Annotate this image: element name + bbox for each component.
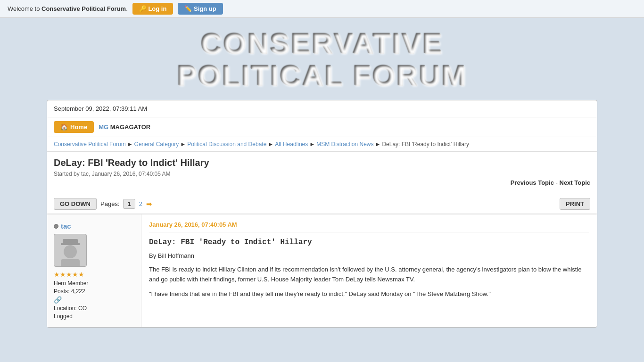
breadcrumb: Conservative Political Forum ► General C…	[47, 137, 597, 152]
post-body: The FBI is ready to indict Hillary Clint…	[149, 265, 589, 299]
breadcrumb-item-5[interactable]: MSM Distraction News	[316, 141, 373, 148]
site-header: CONSERVATIVE POLITICAL FORUM	[0, 18, 644, 100]
user-sidebar: tac ★★★★★ Hero Member Posts: 4,222 🔗	[47, 214, 141, 327]
post-date: January 26, 2016, 07:40:05 AM	[149, 221, 589, 228]
date-text: September 09, 2022, 07:39:11 AM	[54, 105, 147, 112]
breadcrumb-sep-5: ►	[375, 141, 381, 148]
avatar-hat	[63, 239, 78, 244]
avatar	[54, 234, 87, 267]
signup-button[interactable]: ✏️ Sign up	[178, 3, 223, 15]
go-down-button[interactable]: GO DOWN	[54, 198, 97, 210]
pages-bar-left: GO DOWN Pages: 1 2 ➡	[54, 198, 152, 210]
welcome-text: Welcome to Conservative Political Forum.	[8, 5, 128, 12]
user-badge: MG MAGAGATOR	[99, 123, 150, 131]
post-container: tac ★★★★★ Hero Member Posts: 4,222 🔗	[47, 214, 597, 327]
user-online-indicator: tac	[54, 222, 134, 230]
breadcrumb-sep-2: ►	[180, 141, 186, 148]
breadcrumb-sep-4: ►	[309, 141, 315, 148]
next-topic-link[interactable]: Next Topic	[560, 179, 591, 186]
post-area: tac ★★★★★ Hero Member Posts: 4,222 🔗	[47, 214, 597, 327]
topic-meta: Started by tac, January 26, 2016, 07:40:…	[54, 171, 590, 177]
avatar-head	[64, 245, 77, 258]
topic-title: DeLay: FBI 'Ready to Indict' Hillary	[54, 157, 590, 168]
post-paragraph-2: "I have friends that are in the FBI and …	[149, 289, 589, 299]
post-paragraph-1: The FBI is ready to indict Hillary Clint…	[149, 265, 589, 285]
date-bar: September 09, 2022, 07:39:11 AM	[47, 100, 597, 117]
user-rank: Hero Member	[54, 280, 134, 287]
online-dot	[54, 224, 58, 229]
nav-username: MAGAGATOR	[110, 123, 150, 131]
poster-username[interactable]: tac	[61, 222, 71, 230]
top-bar: Welcome to Conservative Political Forum.…	[0, 0, 644, 18]
pages-bar: GO DOWN Pages: 1 2 ➡ PRINT	[47, 194, 597, 214]
post-content: January 26, 2016, 07:40:05 AM DeLay: FBI…	[141, 214, 597, 327]
home-icon: 🏠	[60, 123, 68, 131]
breadcrumb-item-1[interactable]: Conservative Political Forum	[54, 141, 126, 148]
page-current[interactable]: 1	[123, 199, 135, 209]
breadcrumb-item-2[interactable]: General Category	[134, 141, 179, 148]
next-arrow-icon: ➡	[146, 200, 152, 208]
pages-label: Pages:	[100, 200, 119, 207]
page-2-link[interactable]: 2	[139, 200, 142, 207]
avatar-body	[61, 259, 80, 267]
nav-bar: 🏠 Home MG MAGAGATOR	[47, 117, 597, 137]
breadcrumb-sep-3: ►	[268, 141, 273, 148]
post-divider	[149, 232, 589, 232]
prev-topic-link[interactable]: Previous Topic	[511, 179, 554, 186]
breadcrumb-current: DeLay: FBI 'Ready to Indict' Hillary	[382, 141, 469, 148]
topic-nav: Previous Topic - Next Topic	[54, 177, 590, 188]
home-button[interactable]: 🏠 Home	[54, 121, 94, 133]
home-label: Home	[70, 123, 87, 131]
user-stars: ★★★★★	[54, 271, 134, 278]
breadcrumb-item-3[interactable]: Political Discussion and Debate	[187, 141, 266, 148]
breadcrumb-item-4[interactable]: All Headlines	[275, 141, 308, 148]
topic-header: DeLay: FBI 'Ready to Indict' Hillary Sta…	[47, 152, 597, 194]
print-button[interactable]: PRINT	[560, 198, 590, 210]
topic-nav-sep: -	[556, 179, 558, 186]
main-container: September 09, 2022, 07:39:11 AM 🏠 Home M…	[39, 100, 605, 337]
site-name-topbar: Conservative Political Forum	[41, 5, 126, 12]
login-button[interactable]: 🔑 Log in	[132, 3, 173, 15]
user-location: Location: CO	[54, 305, 134, 312]
user-logged: Logged	[54, 313, 134, 320]
post-topic-title: DeLay: FBI 'Ready to Indict' Hillary	[149, 238, 589, 247]
site-logo: CONSERVATIVE POLITICAL FORUM	[0, 27, 644, 91]
user-posts: Posts: 4,222	[54, 288, 134, 295]
user-initials: MG	[99, 123, 108, 131]
content-box: September 09, 2022, 07:39:11 AM 🏠 Home M…	[47, 100, 597, 328]
breadcrumb-sep-1: ►	[127, 141, 133, 148]
post-author-line: By Bill Hoffmann	[149, 252, 589, 259]
avatar-figure	[58, 238, 82, 266]
link-icon: 🔗	[54, 296, 134, 304]
